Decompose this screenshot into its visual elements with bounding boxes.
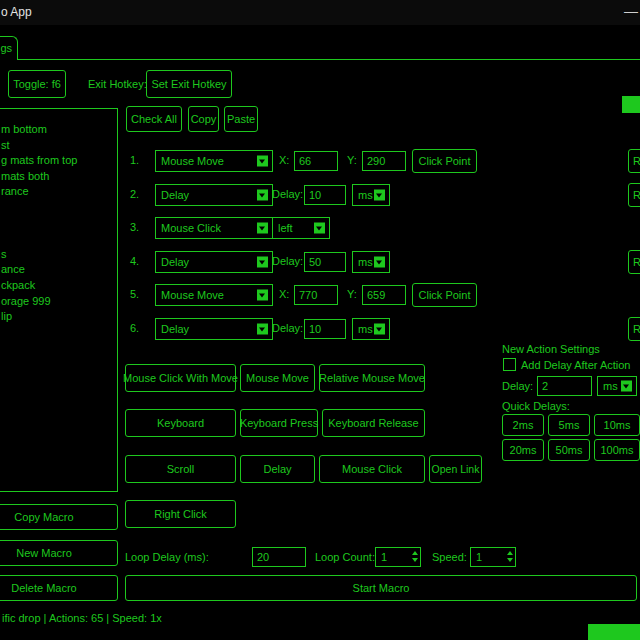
button-label: New Macro: [16, 547, 72, 559]
paste-label: Paste: [227, 113, 255, 125]
add-open-link-button[interactable]: Open Link: [429, 455, 482, 483]
y-label: Y:: [347, 154, 357, 166]
new-delay-label: Delay:: [502, 380, 533, 392]
toggle-hotkey-button[interactable]: Toggle: f6: [8, 70, 66, 98]
toggle-hotkey-label: Toggle: f6: [13, 78, 61, 90]
minimize-button[interactable]: —: [624, 3, 638, 19]
add-delay-button[interactable]: Delay: [240, 455, 315, 483]
row-number: 1.: [130, 154, 139, 166]
add-keyboard-button[interactable]: Keyboard: [125, 409, 236, 437]
dropdown-arrow-icon: [257, 324, 268, 335]
click-point-label: Click Point: [419, 289, 471, 301]
action-type-dropdown[interactable]: Delay: [155, 184, 273, 206]
dropdown-arrow-icon: [257, 190, 268, 201]
list-item[interactable]: m bottom: [0, 122, 117, 138]
quick-delay-100ms-button[interactable]: 100ms: [594, 439, 640, 461]
check-all-label: Check All: [131, 113, 177, 125]
delay-value-input[interactable]: [304, 252, 346, 272]
app-window: o App — gs Toggle: f6 Exit Hotkey: Set E…: [0, 0, 640, 640]
button-label: Keyboard: [157, 417, 204, 429]
check-all-button[interactable]: Check All: [126, 106, 182, 132]
spinner-arrows-icon[interactable]: [507, 551, 513, 562]
action-type-dropdown[interactable]: Mouse Move: [155, 284, 273, 306]
action-type-dropdown[interactable]: Delay: [155, 251, 273, 273]
delay-unit-value: ms: [358, 189, 373, 201]
exit-hotkey-label: Exit Hotkey:: [88, 78, 147, 90]
remove-button-cropped[interactable]: R: [628, 149, 640, 173]
y-coordinate-input[interactable]: [362, 151, 406, 171]
button-label: Open Link: [432, 463, 480, 475]
delay-value-input[interactable]: [304, 185, 346, 205]
new-delay-input[interactable]: [537, 376, 592, 396]
remove-button-cropped[interactable]: R: [628, 250, 640, 274]
start-macro-button[interactable]: Start Macro: [125, 575, 637, 601]
set-exit-hotkey-button[interactable]: Set Exit Hotkey: [146, 70, 232, 98]
add-mouse-click-with-move-button[interactable]: Mouse Click With Move: [125, 364, 236, 392]
add-right-click-button[interactable]: Right Click: [125, 500, 236, 528]
click-point-button[interactable]: Click Point: [412, 283, 477, 307]
button-label: 5ms: [559, 419, 580, 431]
tab-settings[interactable]: gs: [0, 36, 18, 60]
delay-value-input[interactable]: [304, 319, 346, 339]
action-row-5: 5. Mouse Move X: Y: Click Point: [0, 283, 640, 309]
add-relative-mouse-move-button[interactable]: Relative Mouse Move: [319, 364, 425, 392]
button-label: Mouse Click: [342, 463, 402, 475]
dropdown-arrow-icon: [314, 223, 325, 234]
copy-macro-button[interactable]: Copy Macro: [0, 504, 118, 530]
dropdown-arrow-icon: [621, 381, 632, 392]
action-type-dropdown[interactable]: Delay: [155, 318, 273, 340]
remove-button-cropped[interactable]: R: [628, 183, 640, 207]
remove-label: R: [633, 323, 640, 335]
x-coordinate-input[interactable]: [294, 285, 338, 305]
button-label: 100ms: [600, 444, 633, 456]
quick-delay-10ms-button[interactable]: 10ms: [594, 414, 640, 436]
new-delay-unit-dropdown[interactable]: ms: [597, 376, 637, 396]
x-label: X:: [279, 154, 289, 166]
quick-delay-20ms-button[interactable]: 20ms: [502, 439, 544, 461]
delay-unit-dropdown[interactable]: ms: [352, 251, 390, 273]
new-macro-button[interactable]: New Macro: [0, 540, 118, 566]
button-label: Copy Macro: [14, 511, 73, 523]
action-type-value: Mouse Move: [161, 155, 224, 167]
add-keyboard-release-button[interactable]: Keyboard Release: [322, 409, 425, 437]
status-bar-text: ific drop | Actions: 65 | Speed: 1x: [2, 612, 162, 624]
remove-button-cropped[interactable]: R: [628, 317, 640, 341]
quick-delay-50ms-button[interactable]: 50ms: [548, 439, 590, 461]
action-row-4: 4. Delay Delay: ms R: [0, 250, 640, 276]
add-delay-checkbox-label: Add Delay After Action: [521, 359, 630, 371]
button-label: 10ms: [604, 419, 631, 431]
scrollbar-top-icon[interactable]: [622, 96, 640, 113]
quick-delays-label: Quick Delays:: [502, 400, 570, 412]
loop-delay-input[interactable]: [252, 547, 306, 567]
spinner-arrows-icon[interactable]: [412, 551, 418, 562]
add-mouse-click-button[interactable]: Mouse Click: [319, 455, 425, 483]
delay-unit-dropdown[interactable]: ms: [352, 318, 390, 340]
action-row-3: 3. Mouse Click left: [0, 216, 640, 242]
delay-unit-dropdown[interactable]: ms: [352, 184, 390, 206]
add-mouse-move-button[interactable]: Mouse Move: [240, 364, 315, 392]
new-action-settings-title: New Action Settings: [502, 343, 600, 355]
action-type-value: Mouse Click: [161, 222, 221, 234]
quick-delay-2ms-button[interactable]: 2ms: [502, 414, 544, 436]
speed-spinner[interactable]: 1: [470, 547, 516, 567]
mouse-button-dropdown[interactable]: left: [272, 217, 330, 239]
click-point-button[interactable]: Click Point: [412, 149, 477, 173]
delete-macro-button[interactable]: Delete Macro: [0, 575, 118, 601]
dropdown-arrow-icon: [257, 257, 268, 268]
quick-delay-5ms-button[interactable]: 5ms: [548, 414, 590, 436]
add-scroll-button[interactable]: Scroll: [125, 455, 236, 483]
add-delay-checkbox[interactable]: [503, 358, 516, 371]
action-type-dropdown[interactable]: Mouse Click: [155, 217, 273, 239]
y-coordinate-input[interactable]: [362, 285, 406, 305]
loop-count-spinner[interactable]: 1: [375, 547, 421, 567]
paste-button[interactable]: Paste: [224, 106, 258, 132]
action-type-dropdown[interactable]: Mouse Move: [155, 150, 273, 172]
delay-label: Delay:: [272, 255, 303, 267]
copy-button[interactable]: Copy: [188, 106, 219, 132]
x-coordinate-input[interactable]: [294, 151, 338, 171]
new-delay-unit-value: ms: [603, 380, 618, 392]
mouse-button-value: left: [278, 222, 293, 234]
action-row-2: 2. Delay Delay: ms R: [0, 183, 640, 209]
titlebar: o App —: [0, 0, 640, 25]
add-keyboard-press-button[interactable]: Keyboard Press: [240, 409, 318, 437]
